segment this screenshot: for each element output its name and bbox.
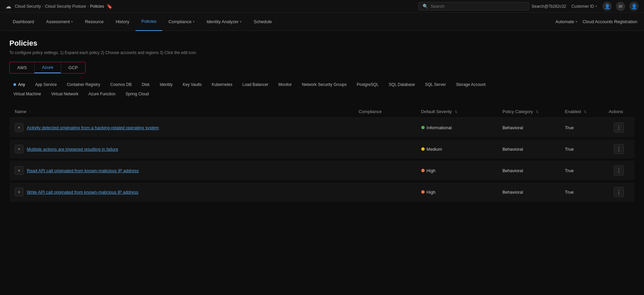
col-enabled-label: Enabled xyxy=(565,109,581,114)
expand-button-1[interactable]: ▾ xyxy=(15,145,23,153)
tab-gcp[interactable]: GCP xyxy=(61,62,85,73)
policy-name-cell-3: ▾ Write API call originated from known-m… xyxy=(9,180,353,202)
filter-sql-server[interactable]: SQL Server xyxy=(421,81,450,88)
filter-cosmos-db-label: Cosmos DB xyxy=(110,82,132,87)
filter-postgresql[interactable]: PostgreSQL xyxy=(353,81,383,88)
col-header-severity[interactable]: Default Severity ⇅ xyxy=(416,106,497,118)
policy-compliance-0 xyxy=(353,118,416,137)
tab-azure[interactable]: Azure xyxy=(34,62,61,73)
filter-sql-database[interactable]: SQL Database xyxy=(385,81,419,88)
filter-key-vaults[interactable]: Key Vaults xyxy=(179,81,206,88)
filter-container-registry[interactable]: Container Registry xyxy=(63,81,104,88)
navbar: Dashboard Assessment ▾ Resource History … xyxy=(0,13,644,31)
severity-dot-3 xyxy=(421,190,425,194)
policy-name-cell-2: ▾ Read API call originated from known-ma… xyxy=(9,159,353,180)
policy-severity-0: Informational xyxy=(416,118,497,137)
policy-name-link-2[interactable]: Read API call originated from known-mali… xyxy=(27,168,139,173)
compliance-chevron-icon: ▾ xyxy=(193,20,195,23)
nav-assessment-label: Assessment xyxy=(46,19,70,24)
customer-id[interactable]: Customer ID ▾ xyxy=(572,4,597,9)
actions-menu-button-2[interactable]: ⋮ xyxy=(614,165,624,176)
expand-button-2[interactable]: ▾ xyxy=(15,166,23,175)
filter-network-security-groups[interactable]: Network Security Groups xyxy=(298,81,351,88)
filter-nsg-label: Network Security Groups xyxy=(302,82,346,87)
filter-disk[interactable]: Disk xyxy=(138,81,154,88)
cloud-accounts-registration-button[interactable]: Cloud Accounts Registration xyxy=(583,19,637,24)
page-title: Policies xyxy=(9,39,635,48)
policy-category-1: Behavioral xyxy=(497,137,559,159)
nav-resource[interactable]: Resource xyxy=(79,13,110,31)
table-row: ▾ Activity detected originating from a h… xyxy=(9,118,635,137)
filter-any[interactable]: Any xyxy=(9,81,29,88)
policy-name-link-3[interactable]: Write API call originated from known-mal… xyxy=(27,190,139,195)
filter-sql-server-label: SQL Server xyxy=(425,82,446,87)
col-category-label: Policy Category xyxy=(502,109,533,114)
breadcrumb-cloud-security[interactable]: Cloud Security xyxy=(15,4,41,9)
table-row: ▾ Read API call originated from known-ma… xyxy=(9,159,635,180)
severity-dot-2 xyxy=(421,169,425,172)
search-bar[interactable]: 🔍 xyxy=(418,2,529,10)
col-header-category[interactable]: Policy Category ⇅ xyxy=(497,106,559,118)
filter-row-2: Virtual Machine Virtual Network Azure Fu… xyxy=(9,90,635,98)
tab-aws[interactable]: AWS xyxy=(10,62,34,73)
user-avatar[interactable]: 👤 xyxy=(629,2,639,11)
bookmark-icon[interactable]: 🔖 xyxy=(107,4,112,9)
nav-compliance[interactable]: Compliance ▾ xyxy=(162,13,201,31)
policy-compliance-1 xyxy=(353,137,416,159)
topbar: ☁ Cloud Security › Cloud Security Postur… xyxy=(0,0,644,13)
col-name-label: Name xyxy=(15,109,26,114)
policy-enabled-1: True xyxy=(559,137,603,159)
severity-label-3: High xyxy=(427,190,436,195)
filter-identity[interactable]: Identity xyxy=(156,81,177,88)
filter-row-1: Any App Service Container Registry Cosmo… xyxy=(9,81,635,88)
search-icon: 🔍 xyxy=(423,4,428,9)
filter-spring-cloud[interactable]: Spring Cloud xyxy=(121,90,153,98)
expand-button-0[interactable]: ▾ xyxy=(15,123,23,132)
actions-menu-button-0[interactable]: ⋮ xyxy=(614,122,624,133)
nav-history[interactable]: History xyxy=(110,13,135,31)
nav-schedule[interactable]: Schedule xyxy=(248,13,278,31)
main-content: Policies To configure policy settings, 1… xyxy=(0,31,644,295)
filter-cosmos-db[interactable]: Cosmos DB xyxy=(106,81,136,88)
user-info[interactable]: Search@7b262c32 xyxy=(532,4,566,9)
nav-policies[interactable]: Policies xyxy=(136,13,163,31)
nav-assessment[interactable]: Assessment ▾ xyxy=(40,13,79,31)
expand-button-3[interactable]: ▾ xyxy=(15,188,23,196)
actions-menu-button-3[interactable]: ⋮ xyxy=(614,187,624,197)
col-header-name[interactable]: Name ↑ xyxy=(9,106,353,118)
filter-load-balancer[interactable]: Load Balancer xyxy=(238,81,272,88)
topbar-icons: 👤 ✉ 👤 xyxy=(602,2,639,11)
policy-actions-0: ⋮ xyxy=(603,118,635,137)
filter-azure-function[interactable]: Azure Function xyxy=(85,90,120,98)
profile-icon[interactable]: 👤 xyxy=(602,2,612,11)
breadcrumb: Cloud Security › Cloud Security Posture … xyxy=(15,4,112,9)
filter-key-vaults-label: Key Vaults xyxy=(183,82,202,87)
policy-name-link-0[interactable]: Activity detected originating from a hac… xyxy=(27,125,159,130)
col-header-enabled[interactable]: Enabled ⇅ xyxy=(559,106,603,118)
automate-button[interactable]: Automate ▾ xyxy=(555,19,577,24)
search-input[interactable] xyxy=(431,4,525,9)
filter-storage-label: Storage Account xyxy=(456,82,485,87)
page-subtitle: To configure policy settings, 1) Expand … xyxy=(9,50,635,55)
filter-sql-db-label: SQL Database xyxy=(389,82,415,87)
actions-menu-button-1[interactable]: ⋮ xyxy=(614,144,624,154)
policy-actions-1: ⋮ xyxy=(603,137,635,159)
policy-name-link-1[interactable]: Multiple actions are triggered resulting… xyxy=(27,147,118,152)
nav-dashboard[interactable]: Dashboard xyxy=(7,13,40,31)
severity-dot-1 xyxy=(421,147,425,151)
nav-compliance-label: Compliance xyxy=(168,19,192,24)
filter-virtual-network[interactable]: Virtual Network xyxy=(47,90,83,98)
breadcrumb-cloud-posture[interactable]: Cloud Security Posture xyxy=(45,4,86,9)
filter-storage-account[interactable]: Storage Account xyxy=(452,81,489,88)
nav-identity-label: Identity Analyzer xyxy=(207,19,238,24)
nav-identity-analyzer[interactable]: Identity Analyzer ▾ xyxy=(201,13,248,31)
policy-category-0: Behavioral xyxy=(497,118,559,137)
filter-vm-label: Virtual Machine xyxy=(13,92,41,96)
filter-kubernetes-label: Kubernetes xyxy=(212,82,232,87)
filter-kubernetes[interactable]: Kubernetes xyxy=(208,81,236,88)
navbar-left: Dashboard Assessment ▾ Resource History … xyxy=(7,13,555,31)
filter-app-service[interactable]: App Service xyxy=(31,81,61,88)
filter-monitor[interactable]: Monitor xyxy=(274,81,296,88)
filter-virtual-machine[interactable]: Virtual Machine xyxy=(9,90,45,98)
messages-icon[interactable]: ✉ xyxy=(616,2,625,11)
